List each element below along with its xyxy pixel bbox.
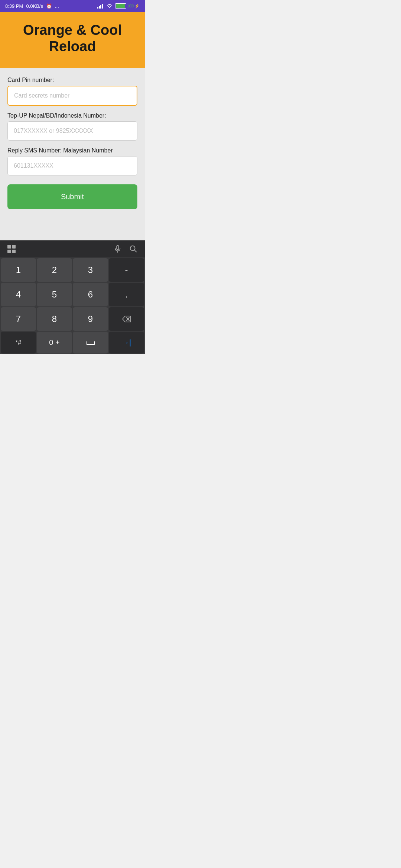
reply-sms-label: Reply SMS Number: Malaysian Number <box>7 147 137 154</box>
svg-rect-3 <box>102 4 103 9</box>
alarm-icon: ⏰ <box>46 3 52 9</box>
reply-sms-input[interactable] <box>7 156 137 175</box>
time-label: 8:39 PM <box>5 3 23 9</box>
more-icon: ... <box>55 3 59 9</box>
svg-rect-0 <box>97 7 98 9</box>
topup-label: Top-UP Nepal/BD/Indonesia Number: <box>7 112 137 119</box>
mic-icon[interactable] <box>114 245 122 253</box>
key-return[interactable]: →| <box>109 332 144 354</box>
key-minus[interactable]: - <box>109 258 144 282</box>
card-pin-group: Card Pin number: <box>7 77 137 106</box>
key-9[interactable]: 9 <box>73 307 108 331</box>
submit-button[interactable]: Submit <box>7 184 137 209</box>
bolt-icon: ⚡ <box>134 4 140 9</box>
key-1[interactable]: 1 <box>1 258 36 282</box>
battery-indicator: 100 ⚡ <box>115 3 140 9</box>
keyboard-toolbar <box>0 240 145 257</box>
key-period[interactable]: . <box>109 283 144 306</box>
signal-icon <box>97 3 104 9</box>
status-left: 8:39 PM 0.0KB/s ⏰ ... <box>5 3 59 9</box>
card-pin-label: Card Pin number: <box>7 77 137 83</box>
keyboard: 1 2 3 - 4 5 6 . 7 8 9 *# 0 + →| <box>0 240 145 354</box>
reply-sms-group: Reply SMS Number: Malaysian Number <box>7 147 137 175</box>
battery-label: 100 <box>127 4 134 8</box>
key-2[interactable]: 2 <box>37 258 72 282</box>
svg-rect-2 <box>100 5 101 9</box>
status-bar: 8:39 PM 0.0KB/s ⏰ ... 100 ⚡ <box>0 0 145 12</box>
key-6[interactable]: 6 <box>73 283 108 306</box>
key-4[interactable]: 4 <box>1 283 36 306</box>
key-space[interactable] <box>73 332 108 354</box>
key-3[interactable]: 3 <box>73 258 108 282</box>
toolbar-left <box>7 245 16 253</box>
svg-rect-1 <box>99 6 100 9</box>
key-symbols[interactable]: *# <box>1 332 36 354</box>
key-5[interactable]: 5 <box>37 283 72 306</box>
status-right: 100 ⚡ <box>97 3 140 9</box>
backspace-key[interactable] <box>109 307 144 331</box>
card-pin-input[interactable] <box>7 86 137 106</box>
network-speed: 0.0KB/s <box>26 3 43 9</box>
topup-input[interactable] <box>7 121 137 141</box>
key-0-plus[interactable]: 0 + <box>37 332 72 354</box>
svg-line-7 <box>134 250 136 252</box>
numeric-keypad: 1 2 3 - 4 5 6 . 7 8 9 *# 0 + →| <box>0 257 145 354</box>
topup-group: Top-UP Nepal/BD/Indonesia Number: <box>7 112 137 141</box>
key-7[interactable]: 7 <box>1 307 36 331</box>
main-form: Card Pin number: Top-UP Nepal/BD/Indones… <box>0 68 145 218</box>
svg-rect-4 <box>117 246 119 250</box>
toolbar-right <box>114 245 137 253</box>
app-header: Orange & Cool Reload <box>0 12 145 68</box>
wifi-icon <box>106 3 113 9</box>
grid-icon[interactable] <box>7 245 16 253</box>
search-icon[interactable] <box>129 245 137 253</box>
key-8[interactable]: 8 <box>37 307 72 331</box>
content-spacer <box>0 218 145 240</box>
app-title: Orange & Cool Reload <box>7 22 137 55</box>
